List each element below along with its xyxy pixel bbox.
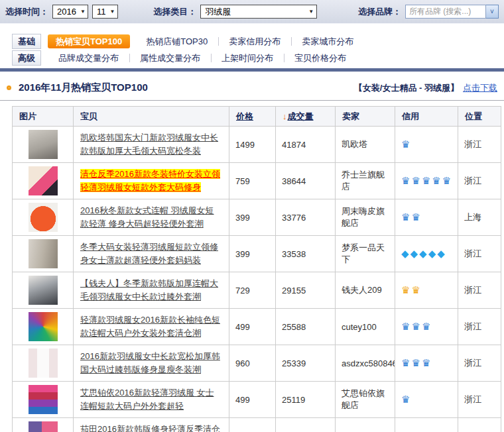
col-header-credit: 信用 (395, 107, 458, 127)
table-row: 艾思铂依2016新款轻薄羽绒服 女士连帽短款大码户外外套超轻 499 25119… (13, 382, 501, 418)
item-thumbnail[interactable] (29, 385, 58, 414)
tab-hot-items-top100[interactable]: 热销宝贝TOP100 (48, 34, 130, 48)
tab-navigation: 基础 热销宝贝TOP100 热销店铺TOP30 卖家信用分布 卖家城市分布 高级… (0, 24, 504, 66)
seller-name (336, 418, 395, 432)
tab-seller-credit-distribution[interactable]: 卖家信用分布 (218, 34, 291, 48)
tab-brand-volume-distribution[interactable]: 品牌成交量分布 (48, 51, 129, 65)
col-header-image: 图片 (13, 107, 74, 127)
seller-name: 周末嗨皮旗舰店 (336, 199, 395, 236)
brand-dropdown-button[interactable]: ˅ (486, 5, 499, 19)
time-filter-label: 选择时间： (5, 6, 48, 18)
item-title-link[interactable]: 凯欧塔韩国东大门新款羽绒服女中长款韩版加厚大毛领大码宽松冬装 (80, 133, 218, 156)
item-sales (276, 418, 336, 432)
month-select[interactable]: 11 ▼ (92, 5, 118, 19)
item-title-link[interactable]: 茄田2016新款韩版修身轻薄反季清仓羽绒服女短款连 (80, 424, 220, 432)
seller-location (458, 418, 501, 432)
blue-crown-icon: ♛ (411, 175, 420, 186)
tab-attribute-volume-distribution[interactable]: 属性成交量分布 (129, 51, 211, 65)
item-price: 499 (229, 309, 276, 345)
item-title-link[interactable]: 清仓反季2016新款冬装特价女装立领轻薄羽绒服女短款外套大码修身 (80, 169, 220, 192)
item-sales: 29155 (276, 272, 336, 309)
item-sales: 41874 (276, 127, 336, 163)
item-thumbnail[interactable] (29, 421, 58, 432)
chevron-down-icon: ˅ (490, 8, 494, 15)
brand-search-input[interactable] (405, 5, 486, 19)
item-price: 759 (229, 163, 276, 199)
blue-crown-icon: ♛ (411, 321, 420, 332)
col-header-sales[interactable]: ↓成交量 (276, 107, 336, 127)
seller-credit: ♛♛ (395, 272, 458, 309)
col-header-price[interactable]: 价格 (229, 107, 276, 127)
item-sales: 25339 (276, 345, 336, 382)
brand-filter-label: 选择品牌： (358, 6, 401, 18)
download-link[interactable]: 点击下载 (463, 82, 497, 94)
seller-credit: ♛♛ (395, 418, 458, 432)
tab-seller-city-distribution[interactable]: 卖家城市分布 (291, 34, 364, 48)
col-header-item: 宝贝 (74, 107, 229, 127)
col-header-location: 位置 (458, 107, 501, 127)
blue-crown-icon: ♛ (422, 175, 430, 186)
blue-diamond-icon: ◆ (410, 248, 418, 259)
blue-crown-icon: ♛ (401, 357, 410, 368)
category-select[interactable]: 羽绒服 ▼ (200, 5, 317, 19)
orange-bullet-icon (7, 85, 11, 90)
seller-name: 钱夫人209 (336, 272, 395, 309)
blue-crown-icon: ♛ (401, 394, 410, 405)
table-row: 冬季大码女装轻薄羽绒服短款立领修身女士薄款超薄轻便外套妈妈装 399 33538… (13, 236, 501, 272)
table-row: 轻薄款羽绒服女2016新款长袖纯色短款连帽大码户外女装外套清仓潮 499 255… (13, 309, 501, 345)
item-sales: 38644 (276, 163, 336, 199)
table-row: 茄田2016新款韩版修身轻薄反季清仓羽绒服女短款连 ♛♛ (13, 418, 501, 432)
table-row: 凯欧塔韩国东大门新款羽绒服女中长款韩版加厚大毛领大码宽松冬装 1499 4187… (13, 127, 501, 163)
item-title-link[interactable]: 冬季大码女装轻薄羽绒服短款立领修身女士薄款超薄轻便外套妈妈装 (80, 242, 218, 265)
advanced-tab-row: 高级 品牌成交量分布 属性成交量分布 上架时间分布 宝贝价格分布 (12, 50, 504, 66)
blue-diamond-icon: ◆ (437, 248, 445, 259)
item-sales: 25588 (276, 309, 336, 345)
content-header: 2016年11月热销宝贝TOP100 【女装/女士精品 - 羽绒服】 点击下载 (0, 72, 504, 100)
blue-crown-icon: ♛ (442, 175, 451, 186)
seller-credit: ♛♛♛ (395, 345, 458, 382)
item-thumbnail[interactable] (29, 166, 58, 195)
seller-location: 浙江 (458, 272, 501, 309)
item-title-link[interactable]: 【钱夫人】冬季新款韩版加厚连帽大毛领羽绒服女中长款过膝外套潮 (80, 278, 218, 301)
item-thumbnail[interactable] (29, 349, 58, 378)
item-thumbnail[interactable] (29, 276, 58, 305)
item-sales: 33776 (276, 199, 336, 236)
table-row: 2016秋冬新款女式连帽 羽绒服女短款轻薄 修身大码超轻轻便外套潮 399 33… (13, 199, 501, 236)
seller-credit: ◆◆◆◆◆ (395, 236, 458, 272)
seller-credit: ♛♛♛ (395, 309, 458, 345)
gold-crown-icon: ♛ (411, 284, 420, 296)
blue-crown-icon: ♛ (411, 357, 420, 368)
seller-location: 浙江 (458, 309, 501, 345)
blue-crown-icon: ♛ (432, 175, 440, 186)
item-title-link[interactable]: 2016秋冬新款女式连帽 羽绒服女短款轻薄 修身大码超轻轻便外套潮 (80, 205, 214, 229)
seller-credit: ♛ (395, 382, 458, 418)
item-price: 499 (229, 382, 276, 418)
item-title-link[interactable]: 艾思铂依2016新款轻薄羽绒服 女士连帽短款大码户外外套超轻 (80, 388, 214, 411)
tab-item-price-distribution[interactable]: 宝贝价格分布 (284, 51, 357, 65)
blue-crown-icon: ♛ (411, 211, 420, 223)
gold-crown-icon: ♛ (401, 284, 410, 296)
year-select[interactable]: 2016 ▼ (52, 5, 88, 19)
month-select-value: 11 (97, 7, 106, 17)
blue-diamond-icon: ◆ (401, 248, 409, 259)
dropdown-arrow-icon: ▼ (110, 9, 115, 15)
tab-listing-time-distribution[interactable]: 上架时间分布 (211, 51, 284, 65)
item-price: 729 (229, 272, 276, 309)
seller-name: 乔士兰旗舰店 (336, 163, 395, 199)
item-thumbnail[interactable] (29, 312, 58, 341)
seller-location: 浙江 (458, 382, 501, 418)
item-thumbnail[interactable] (29, 203, 58, 232)
category-filter-label: 选择类目： (153, 6, 196, 18)
year-select-value: 2016 (57, 7, 76, 17)
dropdown-arrow-icon: ▼ (308, 9, 314, 15)
item-title-link[interactable]: 轻薄款羽绒服女2016新款长袖纯色短款连帽大码户外女装外套清仓潮 (80, 315, 220, 338)
dropdown-arrow-icon: ▼ (80, 9, 86, 15)
seller-name: asdzxc5808467 (336, 345, 395, 382)
item-thumbnail[interactable] (29, 239, 58, 268)
tab-hot-shops-top30[interactable]: 热销店铺TOP30 (135, 34, 218, 48)
item-title-link[interactable]: 2016新款羽绒服女中长款宽松加厚韩国大码过膝韩版修身显瘦冬装潮 (80, 351, 220, 374)
blue-diamond-icon: ◆ (419, 248, 427, 259)
blue-crown-icon: ♛ (401, 138, 410, 150)
item-thumbnail[interactable] (29, 130, 58, 159)
top100-table-body: 凯欧塔韩国东大门新款羽绒服女中长款韩版加厚大毛领大码宽松冬装 1499 4187… (13, 127, 501, 432)
